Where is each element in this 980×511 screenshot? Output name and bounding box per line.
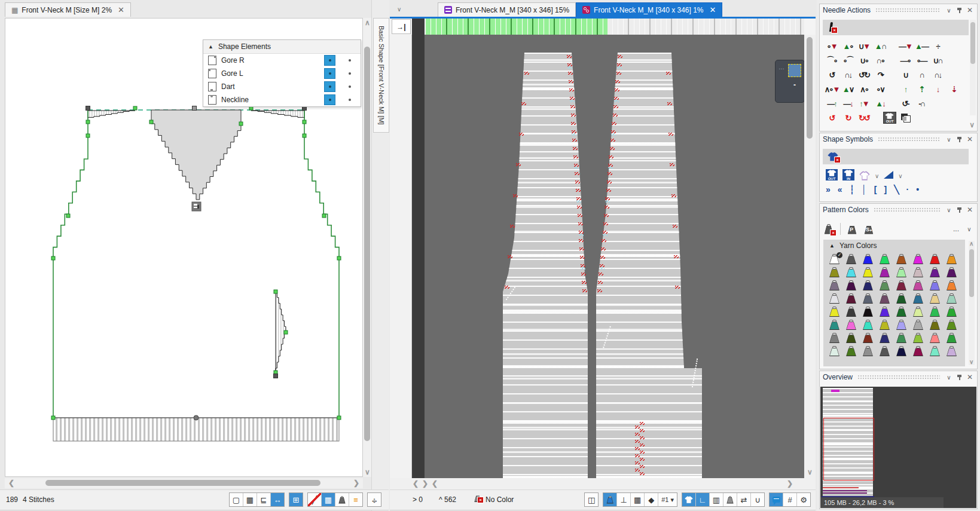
yarn-color-swatch[interactable] bbox=[912, 254, 924, 264]
needle-action[interactable]: ▲— bbox=[914, 39, 930, 53]
yarn-color-swatch[interactable] bbox=[862, 307, 874, 317]
yarn-color-swatch[interactable] bbox=[828, 293, 841, 304]
needle-action[interactable]: ↻↺ bbox=[857, 111, 872, 124]
chevron-down-icon[interactable]: ∨ bbox=[945, 374, 953, 381]
view-split-button[interactable]: ◫ bbox=[585, 493, 598, 506]
grip-icon[interactable]: … bbox=[778, 64, 784, 71]
shape-handle[interactable] bbox=[284, 331, 288, 334]
drag-texture[interactable] bbox=[878, 137, 940, 142]
collapse-triangle-icon[interactable]: ▲ bbox=[829, 243, 835, 249]
yarn-color-swatch[interactable] bbox=[929, 333, 941, 343]
yarn-color-swatch[interactable] bbox=[945, 293, 958, 304]
yarn-color-swatch[interactable] bbox=[828, 320, 841, 330]
yarn-color-swatch[interactable] bbox=[912, 333, 924, 343]
needle-action[interactable]: ∧∘ bbox=[857, 82, 872, 96]
chevron-down-icon[interactable]: ∨ bbox=[945, 136, 953, 143]
yarn-color-swatch[interactable] bbox=[862, 333, 874, 343]
element-visibility-button[interactable] bbox=[324, 55, 335, 66]
needle-action[interactable]: ▲∩ bbox=[873, 39, 889, 53]
element-state-dot[interactable] bbox=[349, 85, 351, 88]
pattern-color-button[interactable]: P bbox=[847, 224, 857, 234]
ruler-selected-range[interactable] bbox=[426, 19, 607, 35]
yarn-color-swatch[interactable] bbox=[895, 307, 908, 317]
element-state-dot[interactable] bbox=[349, 72, 351, 75]
needle-action[interactable]: ↺- bbox=[898, 97, 914, 110]
delete-yarn-color-button[interactable]: × bbox=[823, 224, 834, 234]
yarn-color-swatch[interactable] bbox=[845, 293, 857, 304]
yarn-color-swatch[interactable] bbox=[828, 346, 841, 356]
drag-texture[interactable] bbox=[857, 375, 940, 380]
needle-action[interactable]: ↑▼ bbox=[857, 97, 872, 110]
yarn-color-swatch[interactable] bbox=[945, 254, 958, 264]
row-order-button[interactable]: ≡ bbox=[349, 493, 362, 506]
needle-action[interactable]: ↺ bbox=[825, 68, 840, 81]
shape-canvas[interactable]: ▲ Shape Elements Gore RGore LDartNecklin… bbox=[5, 18, 363, 477]
garment-view-button[interactable] bbox=[682, 493, 696, 506]
shape-handle[interactable] bbox=[66, 214, 70, 218]
yarn-color-swatch[interactable]: ✓ bbox=[828, 254, 841, 264]
comments-toggle-button[interactable] bbox=[770, 493, 783, 506]
shape-handle[interactable] bbox=[322, 214, 326, 218]
shirt-in-symbol[interactable]: IN bbox=[842, 169, 854, 182]
shirt-out-symbol[interactable]: OUT bbox=[826, 169, 838, 182]
shape-symbol[interactable]: · bbox=[906, 185, 909, 194]
yarn-colors-section-header[interactable]: ▲ Yarn Colors bbox=[823, 240, 965, 252]
overview-header[interactable]: Overview ∨ ✕ bbox=[820, 371, 977, 383]
shape-handle[interactable] bbox=[51, 416, 55, 420]
needle-action[interactable]: —∘ bbox=[898, 54, 914, 67]
shape-handle[interactable] bbox=[337, 256, 341, 260]
left-vertical-scrollbar[interactable]: ∧ ∨ bbox=[363, 18, 371, 477]
shape-handle[interactable] bbox=[303, 120, 306, 124]
yarn-color-swatch[interactable] bbox=[862, 280, 874, 290]
pattern-vertical-scrollbar[interactable]: ∨ bbox=[804, 35, 816, 478]
element-visibility-button[interactable] bbox=[324, 94, 335, 105]
shape-element-item-gore-l[interactable]: Gore L bbox=[203, 67, 361, 80]
yarn-color-swatch[interactable] bbox=[845, 254, 857, 264]
needle-action[interactable]: ⇣ bbox=[947, 82, 962, 96]
more-options-button[interactable]: ... bbox=[953, 225, 959, 233]
shape-outline-view-button[interactable]: ▢ bbox=[230, 493, 243, 506]
yarn-color-swatch[interactable] bbox=[828, 267, 841, 277]
yarn-color-swatch[interactable] bbox=[878, 254, 891, 264]
needle-action[interactable]: ∘▼ bbox=[825, 39, 840, 53]
close-icon[interactable]: ✕ bbox=[966, 206, 974, 214]
yarn-color-swatch[interactable] bbox=[878, 320, 891, 330]
yarn-color-swatch[interactable] bbox=[929, 254, 941, 264]
yarn-color-swatch[interactable] bbox=[929, 267, 941, 277]
yarn-color-swatch[interactable] bbox=[878, 280, 891, 290]
yarn-color-swatch[interactable] bbox=[862, 254, 874, 264]
collapse-triangle-icon[interactable]: ▲ bbox=[208, 44, 213, 50]
shape-handle[interactable] bbox=[303, 134, 306, 137]
shape-handle[interactable] bbox=[149, 120, 153, 124]
protect-area-button[interactable]: ◆ bbox=[645, 493, 658, 506]
yarn-color-swatch[interactable] bbox=[929, 280, 941, 290]
shape-handle[interactable] bbox=[337, 416, 341, 420]
needle-action[interactable]: ∩∘ bbox=[873, 54, 889, 67]
collapse-button[interactable]: - bbox=[788, 81, 801, 91]
swap-direction-button[interactable]: ⇄ bbox=[737, 493, 751, 506]
overview-viewport-rect[interactable] bbox=[823, 418, 874, 481]
yarn-color-swatch[interactable] bbox=[945, 307, 958, 317]
selected-needle-action[interactable]: × bbox=[823, 20, 969, 35]
corner-ruler-button[interactable]: ∟ bbox=[696, 493, 710, 506]
needle-action[interactable]: ↷ bbox=[873, 68, 889, 81]
close-icon[interactable]: ✕ bbox=[966, 6, 974, 14]
yarn-color-swatch[interactable] bbox=[895, 293, 908, 304]
add-yarn-color-button[interactable]: S₊ bbox=[863, 224, 874, 234]
color-layer-table-button[interactable]: ▦ bbox=[322, 493, 335, 506]
needle-action[interactable]: ∘⌒ bbox=[841, 54, 856, 67]
yarn-color-swatch[interactable] bbox=[828, 333, 841, 343]
needle-action[interactable]: ∪ bbox=[898, 68, 914, 81]
needle-action[interactable]: -∩ bbox=[914, 97, 930, 110]
element-visibility-button[interactable] bbox=[324, 68, 335, 79]
yarn-color-swatch[interactable] bbox=[945, 267, 958, 277]
shape-anchor-handle[interactable] bbox=[274, 374, 278, 378]
stitch-pattern-canvas[interactable]: … - ∨ bbox=[390, 35, 816, 478]
yarn-color-swatch[interactable] bbox=[845, 346, 857, 356]
ruler-view-button[interactable]: ⊑ bbox=[257, 493, 271, 506]
chevron-down-icon[interactable]: ∨ bbox=[945, 7, 953, 14]
yarn-color-swatch[interactable] bbox=[912, 267, 924, 277]
module-grid-mode-button[interactable]: ▦ bbox=[631, 493, 645, 506]
needle-action[interactable]: ↑ bbox=[898, 82, 914, 96]
yarn-color-swatch[interactable] bbox=[929, 293, 941, 304]
